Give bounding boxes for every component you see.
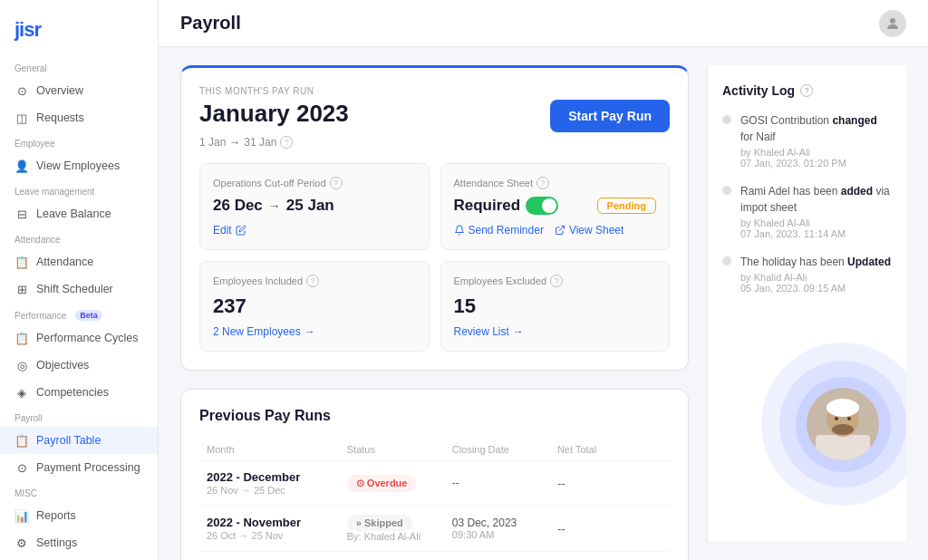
sidebar-item-performance-cycles[interactable]: 📋Performance Cycles: [0, 324, 158, 352]
sidebar-icon-objectives: ◎: [14, 358, 29, 372]
attendance-section: Attendance Sheet ? Required Pending Send…: [440, 163, 671, 250]
pay-run-month: January 2023: [199, 100, 349, 128]
activity-dot: [722, 186, 731, 195]
sidebar-icon-attendance: 📋: [14, 255, 29, 269]
previous-pay-runs-section: Previous Pay Runs Month Status Closing D…: [180, 389, 689, 560]
sidebar-section-label: General: [0, 56, 158, 77]
pay-run-label: THIS MONTH'S PAY RUN: [199, 86, 670, 96]
date-arrow: →: [229, 136, 240, 149]
activity-text-1: Rami Adel has been added via impot sheet: [740, 183, 892, 216]
row-net-total-0: --: [557, 477, 662, 490]
sidebar-item-requests[interactable]: ◫Requests: [0, 104, 158, 131]
activity-by-0: by Khaled Al-Ali: [740, 147, 892, 158]
sidebar-label-payment-processing: Payment Processing: [36, 461, 140, 474]
svg-point-0: [890, 18, 895, 24]
sidebar-item-competencies[interactable]: ◈Competencies: [0, 379, 158, 406]
sidebar-item-payment-processing[interactable]: ⊙Payment Processing: [0, 454, 158, 481]
activity-content-1: Rami Adel has been added via impot sheet…: [740, 183, 892, 239]
svg-line-1: [559, 227, 565, 232]
attendance-actions: Send Reminder View Sheet: [454, 224, 657, 237]
activity-log-title: Activity Log ?: [722, 83, 892, 98]
sidebar-item-overview[interactable]: ⊙Overview: [0, 77, 158, 104]
svg-rect-6: [826, 404, 859, 411]
logo: jisr: [0, 11, 158, 56]
employees-excluded-info-icon[interactable]: ?: [550, 275, 563, 287]
operations-label: Operations Cut-off Period ?: [213, 177, 416, 189]
start-pay-run-button[interactable]: Start Pay Run: [550, 100, 670, 132]
col-closing-date: Closing Date: [452, 444, 557, 455]
table-body: 2022 - December 26 Nov → 25 Dec ⊙ Overdu…: [199, 461, 670, 560]
right-panel: Activity Log ? GOSI Contribution changed…: [707, 65, 906, 542]
employees-included-info-icon[interactable]: ?: [306, 275, 319, 287]
sidebar-label-competencies: Competencies: [36, 386, 109, 399]
row-status-0: ⊙ Overdue: [347, 475, 452, 492]
send-reminder-button[interactable]: Send Reminder: [454, 224, 544, 237]
sidebar-icon-view-employees: 👤: [14, 159, 29, 173]
sidebar-item-shift-scheduler[interactable]: ⊞Shift Scheduler: [0, 275, 158, 303]
main-content: Payroll THIS MONTH'S PAY RUN January 202…: [159, 0, 928, 560]
new-employees-link[interactable]: 2 New Employees →: [213, 325, 416, 338]
activity-content-2: The holiday has been Updated by Khalid A…: [740, 254, 891, 294]
sidebar-item-attendance[interactable]: 📋Attendance: [0, 248, 158, 275]
user-avatar[interactable]: [879, 10, 906, 37]
sidebar-item-settings[interactable]: ⚙Settings: [0, 529, 158, 556]
sidebar-item-objectives[interactable]: ◎Objectives: [0, 352, 158, 379]
row-month-0: 2022 - December 26 Nov → 25 Dec: [207, 470, 347, 496]
sidebar-label-objectives: Objectives: [36, 359, 89, 372]
pay-run-grid: Operations Cut-off Period ? 26 Dec → 25 …: [199, 163, 670, 352]
sidebar-label-overview: Overview: [36, 84, 83, 97]
operations-arrow: →: [268, 198, 281, 213]
sidebar-label-attendance: Attendance: [36, 256, 93, 268]
attendance-label: Attendance Sheet ?: [454, 177, 657, 189]
operations-info-icon[interactable]: ?: [330, 177, 343, 189]
edit-button[interactable]: Edit: [213, 224, 246, 237]
svg-point-9: [832, 424, 854, 435]
review-list-link[interactable]: Review List →: [454, 325, 657, 338]
activity-text-0: GOSI Contribution changed for Naif: [740, 112, 892, 145]
view-sheet-button[interactable]: View Sheet: [555, 224, 624, 237]
row-status-1: » Skipped By: Khaled Al-Ali: [347, 515, 452, 542]
required-text: Required: [454, 197, 521, 215]
sidebar-section-label: Employee: [0, 131, 158, 152]
sidebar-icon-payment-processing: ⊙: [14, 460, 29, 475]
activity-time-1: 07 Jan, 2023. 11:14 AM: [740, 228, 892, 239]
employees-excluded-label: Employees Excluded ?: [454, 275, 657, 287]
sidebar-label-reports: Reports: [36, 509, 76, 522]
sidebar-icon-overview: ⊙: [14, 83, 29, 98]
row-month-1: 2022 - November 26 Oct → 25 Nov: [207, 516, 347, 541]
table-row: 2022 - November 26 Oct → 25 Nov » Skippe…: [199, 506, 670, 552]
sidebar-section-label: Attendance: [0, 227, 158, 248]
employees-included-label: Employees Included ?: [213, 275, 416, 287]
svg-point-8: [847, 417, 851, 420]
date-end: 31 Jan: [244, 136, 276, 149]
operations-section: Operations Cut-off Period ? 26 Dec → 25 …: [199, 163, 430, 250]
operations-value: 26 Dec → 25 Jan: [213, 197, 416, 215]
pay-run-card: THIS MONTH'S PAY RUN January 2023 Start …: [180, 65, 689, 371]
activity-by-2: by Khalid Al-Ali: [740, 272, 891, 283]
sidebar-item-payroll-table[interactable]: 📋Payroll Table: [0, 427, 158, 454]
activity-log-info-icon[interactable]: ?: [800, 84, 813, 97]
profile-bubble: [761, 343, 906, 506]
date-info-icon[interactable]: ?: [280, 136, 293, 149]
sidebar-item-reports[interactable]: 📊Reports: [0, 502, 158, 529]
activity-item-0: GOSI Contribution changed for Naif by Kh…: [722, 112, 892, 169]
sidebar-item-view-employees[interactable]: 👤View Employees: [0, 152, 158, 179]
activity-item-1: Rami Adel has been added via impot sheet…: [722, 183, 892, 239]
activity-content-0: GOSI Contribution changed for Naif by Kh…: [740, 112, 892, 169]
activity-item-2: The holiday has been Updated by Khalid A…: [722, 254, 892, 294]
employees-excluded-count: 15: [454, 294, 657, 318]
employees-excluded-section: Employees Excluded ? 15 Review List →: [440, 261, 671, 352]
activity-items: GOSI Contribution changed for Naif by Kh…: [722, 112, 892, 294]
sidebar: jisr General⊙Overview◫RequestsEmployee👤V…: [0, 0, 159, 560]
col-month: Month: [207, 444, 347, 455]
sidebar-label-settings: Settings: [36, 536, 77, 549]
sidebar-item-leave-balance[interactable]: ⊟Leave Balance: [0, 200, 158, 227]
required-toggle[interactable]: [526, 197, 558, 215]
attendance-info-icon[interactable]: ?: [536, 177, 549, 189]
sidebar-icon-payroll-table: 📋: [14, 433, 29, 448]
sidebar-label-shift-scheduler: Shift Scheduler: [36, 283, 113, 295]
sidebar-label-performance-cycles: Performance Cycles: [36, 332, 139, 344]
page-title: Payroll: [180, 13, 241, 34]
sidebar-section-label: Leave management: [0, 179, 158, 200]
sidebar-icon-settings: ⚙: [14, 536, 29, 550]
